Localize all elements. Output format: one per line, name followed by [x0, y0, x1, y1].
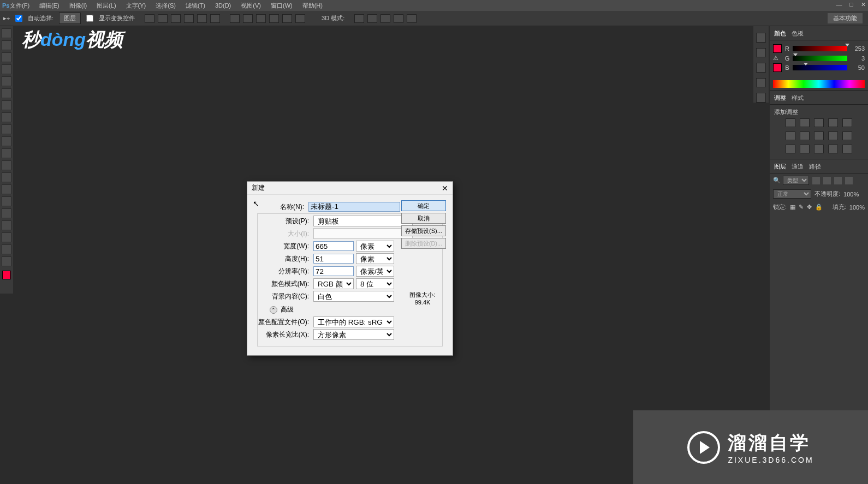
foreground-background-swatch[interactable] [2, 271, 11, 279]
3d-icon[interactable] [354, 14, 364, 23]
menu-type[interactable]: 文字(Y) [126, 2, 146, 10]
tab-adjustments[interactable]: 调整 [774, 94, 786, 102]
menu-layer[interactable]: 图层(L) [97, 2, 116, 10]
move-tool-icon[interactable]: ▸÷ [3, 15, 10, 22]
workspace-switcher[interactable]: 基本功能 [828, 13, 863, 23]
adjust-icon[interactable] [786, 118, 795, 127]
adjust-icon[interactable] [828, 132, 838, 140]
resolution-unit-select[interactable]: 像素/英寸 [356, 266, 394, 277]
adjust-icon[interactable] [842, 145, 852, 153]
save-preset-button[interactable]: 存储预设(S)... [401, 225, 446, 236]
advanced-label[interactable]: 高级 [281, 305, 294, 314]
bit-depth-select[interactable]: 8 位 [356, 278, 394, 289]
menu-edit[interactable]: 编辑(E) [39, 2, 60, 10]
eraser-tool[interactable] [2, 148, 11, 158]
b-value[interactable]: 50 [849, 64, 865, 71]
dodge-tool[interactable] [2, 184, 11, 194]
shape-tool[interactable] [2, 232, 11, 242]
path-tool[interactable] [2, 220, 11, 230]
color-mode-select[interactable]: RGB 颜色 [313, 278, 354, 289]
color-profile-select[interactable]: 工作中的 RGB: sRGB IEC619... [313, 316, 394, 327]
filter-icon[interactable] [812, 177, 820, 184]
preset-select[interactable]: 剪贴板 [313, 216, 413, 226]
height-input[interactable] [313, 254, 354, 264]
adjust-icon[interactable] [786, 145, 795, 153]
distribute-icon[interactable] [269, 14, 279, 23]
3d-icon[interactable] [367, 14, 377, 23]
search-icon[interactable]: 🔍 [773, 177, 780, 184]
adjust-icon[interactable] [842, 132, 852, 140]
filter-type-select[interactable]: 类型 [783, 176, 809, 185]
distribute-icon[interactable] [230, 14, 240, 23]
collapsed-panel-icon[interactable] [756, 63, 766, 73]
bg-swatch-icon[interactable] [773, 63, 782, 72]
align-icon[interactable] [210, 14, 220, 23]
adjust-icon[interactable] [800, 132, 810, 140]
distribute-icon[interactable] [282, 14, 292, 23]
blur-tool[interactable] [2, 172, 11, 182]
menu-3d[interactable]: 3D(D) [215, 2, 231, 9]
b-slider[interactable] [793, 65, 847, 70]
align-icon[interactable] [184, 14, 194, 23]
fg-swatch-icon[interactable] [773, 44, 782, 53]
adjust-icon[interactable] [800, 145, 810, 153]
lock-icon[interactable]: ▦ [790, 204, 795, 211]
minimize-icon[interactable]: — [836, 1, 842, 8]
auto-select-target[interactable]: 图层 [59, 13, 81, 24]
close-window-icon[interactable]: ✕ [861, 1, 866, 8]
filter-icon[interactable] [823, 177, 831, 184]
align-icon[interactable] [171, 14, 181, 23]
pen-tool[interactable] [2, 196, 11, 206]
collapsed-panel-icon[interactable] [756, 48, 766, 58]
fill-value[interactable]: 100% [849, 204, 865, 211]
tab-color[interactable]: 颜色 [774, 29, 786, 38]
heal-tool[interactable] [2, 100, 11, 110]
adjust-icon[interactable] [828, 118, 838, 127]
menu-help[interactable]: 帮助(H) [302, 2, 323, 10]
width-input[interactable] [313, 241, 354, 251]
width-unit-select[interactable]: 像素 [356, 241, 394, 252]
marquee-tool[interactable] [2, 40, 11, 50]
pixel-aspect-select[interactable]: 方形像素 [313, 329, 394, 340]
menu-image[interactable]: 图像(I) [69, 2, 87, 10]
hand-tool[interactable] [2, 244, 11, 254]
menu-file[interactable]: 文件(F) [10, 2, 29, 10]
name-input[interactable] [308, 202, 400, 212]
align-icon[interactable] [158, 14, 168, 23]
brush-tool[interactable] [2, 112, 11, 122]
advanced-toggle-icon[interactable]: ⌃ [270, 306, 277, 314]
move-tool[interactable] [2, 28, 11, 38]
align-icon[interactable] [145, 14, 154, 23]
menu-select[interactable]: 选择(S) [156, 2, 176, 10]
collapsed-panel-icon[interactable] [756, 78, 766, 88]
lasso-tool[interactable] [2, 52, 11, 62]
distribute-icon[interactable] [256, 14, 266, 23]
show-transform-checkbox[interactable] [86, 15, 93, 22]
lock-icon[interactable]: ✎ [799, 204, 804, 211]
g-slider[interactable] [793, 56, 847, 61]
r-slider[interactable] [793, 46, 847, 51]
history-brush-tool[interactable] [2, 136, 11, 146]
g-value[interactable]: 3 [849, 55, 865, 62]
r-value[interactable]: 253 [849, 45, 865, 52]
tab-layers[interactable]: 图层 [774, 163, 786, 171]
collapsed-panel-icon[interactable] [756, 33, 766, 43]
opacity-value[interactable]: 100% [843, 191, 859, 198]
adjust-icon[interactable] [828, 145, 838, 153]
menu-window[interactable]: 窗口(W) [271, 2, 293, 10]
tab-paths[interactable]: 路径 [809, 163, 821, 171]
3d-icon[interactable] [407, 14, 417, 23]
close-icon[interactable]: ✕ [442, 184, 448, 193]
eyedropper-tool[interactable] [2, 88, 11, 98]
spectrum-bar[interactable] [773, 80, 865, 88]
wand-tool[interactable] [2, 64, 11, 74]
distribute-icon[interactable] [243, 14, 253, 23]
3d-icon[interactable] [394, 14, 403, 23]
collapsed-panel-icon[interactable] [756, 93, 766, 103]
adjust-icon[interactable] [800, 118, 810, 127]
3d-icon[interactable] [381, 14, 390, 23]
blend-mode-select[interactable]: 正常 [773, 189, 811, 199]
stamp-tool[interactable] [2, 124, 11, 134]
tab-styles[interactable]: 样式 [792, 94, 804, 102]
lock-icon[interactable]: ✥ [807, 204, 812, 211]
